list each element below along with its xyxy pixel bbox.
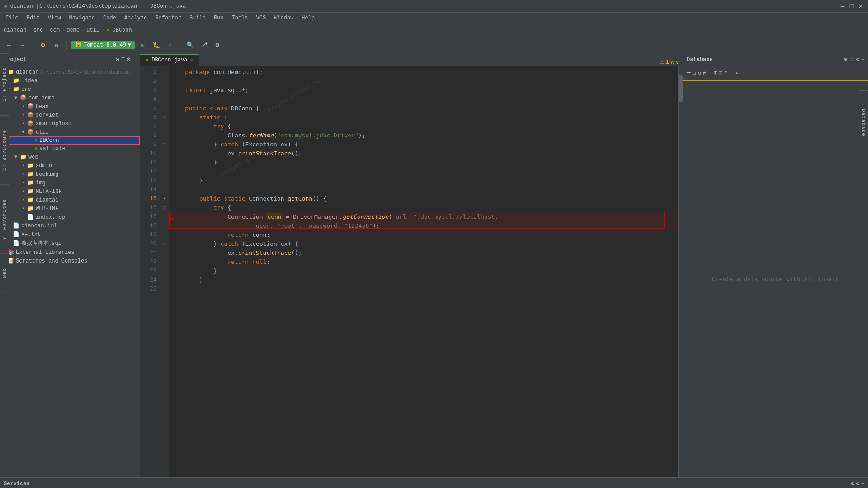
line-numbers: 1 2 3 4 5 6 7 8 9 10 11 12 13 14 15 16 1… xyxy=(140,66,160,477)
run-config-selector[interactable]: 🐱 Tomcat 8.0.49 ▼ xyxy=(71,41,135,49)
db-remove-icon[interactable]: ◻ xyxy=(693,70,696,76)
breadcrumb-demo[interactable]: demo xyxy=(66,27,80,33)
menu-window[interactable]: Window xyxy=(270,14,297,22)
close-button[interactable]: ✕ xyxy=(857,3,864,10)
toolbar-git[interactable]: ⎇ xyxy=(198,40,209,51)
editor-scrollbar[interactable] xyxy=(678,66,683,477)
maximize-button[interactable]: □ xyxy=(848,3,855,10)
code-editor[interactable]: 1 2 3 4 5 6 7 8 9 10 11 12 13 14 15 16 1… xyxy=(140,66,683,477)
menu-vcs[interactable]: VCS xyxy=(253,14,270,22)
tree-qiantai[interactable]: › 📁 qiantai xyxy=(0,196,140,204)
code-line-15: public static Connection getConn() { xyxy=(169,194,678,203)
db-view-icon[interactable]: ◫ xyxy=(719,70,722,76)
menu-edit[interactable]: Edit xyxy=(23,14,43,22)
menu-refactor[interactable]: Refactor xyxy=(151,14,185,22)
services-gear-icon[interactable]: ⚙ xyxy=(856,480,859,487)
tree-web[interactable]: ▼ 📁 web xyxy=(0,153,140,161)
tree-admin[interactable]: › 📁 admin xyxy=(0,161,140,170)
code-line-12 xyxy=(169,167,678,176)
tree-img[interactable]: › 📁 img xyxy=(0,178,140,187)
nav-next-icon[interactable]: ∨ xyxy=(676,59,679,66)
breadcrumb-dbconn[interactable]: DBConn xyxy=(112,27,132,33)
tree-bean[interactable]: › 📦 bean xyxy=(0,102,140,111)
breadcrumb-src[interactable]: src xyxy=(33,27,43,33)
warning-indicator[interactable]: ⚠ 1 ∧ ∨ xyxy=(657,59,683,66)
tree-src[interactable]: ▼ 📁 src xyxy=(0,85,140,94)
menu-tools[interactable]: Tools xyxy=(228,14,252,22)
db-panel-globe-icon[interactable]: ⊕ xyxy=(844,56,847,63)
run-config-label: Tomcat 8.0.49 xyxy=(84,42,126,48)
tree-scratches[interactable]: › 📝 Scratches and Consoles xyxy=(0,257,140,265)
run-config-icon: 🐱 xyxy=(75,42,82,48)
project-side-tab[interactable]: 1: Project xyxy=(0,53,9,116)
nav-prev-icon[interactable]: ∧ xyxy=(671,59,674,66)
run-button[interactable]: ▶ xyxy=(137,40,148,51)
tree-validate[interactable]: ● Validate xyxy=(0,145,140,153)
database-side-tab[interactable]: Database xyxy=(859,90,868,155)
project-action-settings[interactable]: ⚙ xyxy=(127,56,130,63)
favorites-side-tab[interactable]: 3: Favorites xyxy=(0,185,9,254)
menu-run[interactable]: Run xyxy=(210,14,227,22)
services-minimize-icon[interactable]: − xyxy=(861,481,864,487)
toolbar-back[interactable]: ← xyxy=(4,40,14,51)
structure-side-tab[interactable]: 2: Structure xyxy=(0,116,9,185)
db-panel-settings-icon[interactable]: ⚙ xyxy=(856,56,859,63)
tree-idea[interactable]: › 📁 .idea xyxy=(0,76,140,85)
tree-bookimg[interactable]: › 📁 bookimg xyxy=(0,170,140,178)
menu-file[interactable]: File xyxy=(2,14,22,22)
db-panel-minimize-icon[interactable]: − xyxy=(861,56,864,63)
tree-com-demo[interactable]: ▼ 📦 com.demo xyxy=(0,94,140,102)
tree-iml[interactable]: 📄 diancan.iml xyxy=(0,221,140,230)
database-toolbar: + ◻ ↻ ⇄ ⊞ ◫ ≡ ⊲ xyxy=(683,66,868,80)
menu-help[interactable]: Help xyxy=(298,14,318,22)
toolbar-search[interactable]: 🔍 xyxy=(185,40,196,51)
menu-view[interactable]: View xyxy=(44,14,65,22)
toolbar-sync[interactable]: ↻ xyxy=(51,40,62,51)
db-panel-layout-icon[interactable]: ⚌ xyxy=(849,56,854,63)
toolbar-forward[interactable]: → xyxy=(17,40,28,51)
db-filter-icon[interactable]: ⊲ xyxy=(735,70,738,76)
tree-sql[interactable]: 📄 数据库脚本.sql xyxy=(0,239,140,248)
tree-smartupload[interactable]: › 📦 smartupload xyxy=(0,119,140,128)
code-line-19: return conn; xyxy=(169,230,678,239)
toolbar-settings[interactable]: ⚙ xyxy=(212,40,223,51)
breadcrumb-project[interactable]: diancan xyxy=(4,27,26,33)
services-settings-icon[interactable]: ⚙ xyxy=(851,480,854,487)
project-action-collapse[interactable]: ≡ xyxy=(121,56,125,63)
tab-close-icon[interactable]: ✕ xyxy=(190,57,193,64)
scrollbar-thumb[interactable] xyxy=(679,75,683,102)
tree-root[interactable]: ▼ 📁 diancan C:\Users\51414\Desktop\dianc… xyxy=(0,68,140,76)
web-side-tab[interactable]: Web xyxy=(0,254,9,292)
main-layout: Project ⊙ ≡ ⚙ − ▼ 📁 diancan C:\Users\514… xyxy=(0,53,868,477)
menu-navigate[interactable]: Navigate xyxy=(65,14,99,22)
breadcrumb-com[interactable]: com xyxy=(50,27,60,33)
db-sync-icon[interactable]: ⇄ xyxy=(703,70,706,76)
tree-web-inf[interactable]: › 📁 WEB-INF xyxy=(0,204,140,213)
menu-code[interactable]: Code xyxy=(99,14,120,22)
db-col-icon[interactable]: ≡ xyxy=(724,70,727,76)
minimize-button[interactable]: — xyxy=(839,3,846,10)
tree-util[interactable]: ▼ 📦 util xyxy=(0,128,140,136)
tree-txt[interactable]: 📄 ●★.txt xyxy=(0,230,140,239)
menu-build[interactable]: Build xyxy=(186,14,209,22)
menu-analyze[interactable]: Analyze xyxy=(121,14,151,22)
project-action-locate[interactable]: ⊙ xyxy=(115,56,119,63)
tree-external-libs[interactable]: › 📚 External Libraries xyxy=(0,248,140,257)
db-add-icon[interactable]: + xyxy=(687,69,691,77)
coverage-button[interactable]: ⚡ xyxy=(165,40,175,51)
debug-button[interactable]: 🐛 xyxy=(151,40,162,51)
tree-meta-inf[interactable]: › 📁 META-INF xyxy=(0,187,140,196)
code-line-22: return null; xyxy=(169,258,678,267)
db-table-icon[interactable]: ⊞ xyxy=(714,70,717,76)
code-line-21: ex.printStackTrace(); xyxy=(169,249,678,258)
code-content[interactable]: javayms.github.io javayms.github.io pack… xyxy=(169,66,678,477)
tab-dbconn[interactable]: ● DBConn.java ✕ xyxy=(140,54,199,66)
editor-area: ● DBConn.java ✕ ⚠ 1 ∧ ∨ 1 2 3 4 5 6 xyxy=(140,53,683,477)
tree-dbconn[interactable]: ● DBConn xyxy=(0,136,140,145)
db-refresh-icon[interactable]: ↻ xyxy=(698,70,701,76)
toolbar-build[interactable]: ⚙ xyxy=(38,40,48,51)
tree-index-jsp[interactable]: 📄 index.jsp xyxy=(0,213,140,221)
breadcrumb-util[interactable]: util xyxy=(86,27,99,33)
project-action-minimize[interactable]: − xyxy=(132,56,136,63)
tree-servlet[interactable]: › 📦 servlet xyxy=(0,111,140,119)
